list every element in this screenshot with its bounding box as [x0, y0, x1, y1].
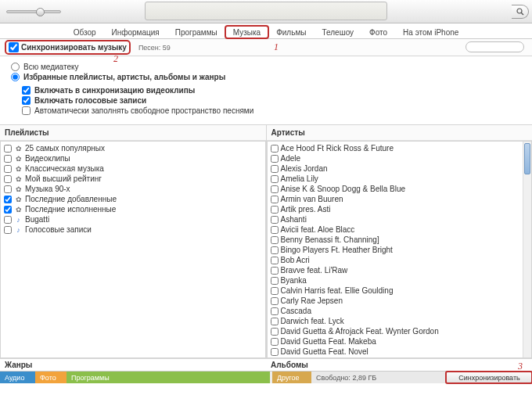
radio-selected-items[interactable]	[11, 73, 20, 81]
playlist-item[interactable]: ✿Музыка 90-х	[1, 184, 265, 194]
artist-label: Amelia Lily	[281, 174, 318, 183]
playlist-label: Последние добавленные	[25, 195, 117, 203]
artist-checkbox[interactable]	[271, 328, 279, 336]
playlist-item[interactable]: ♪Голосовые записи	[1, 224, 265, 235]
artist-checkbox[interactable]	[271, 246, 279, 254]
artist-checkbox[interactable]	[271, 297, 279, 305]
checkbox-include-voice[interactable]	[22, 96, 31, 105]
artist-checkbox[interactable]	[271, 277, 279, 285]
artists-scrollbar[interactable]	[523, 142, 531, 357]
playlist-icon: ♪	[14, 215, 23, 224]
artist-item[interactable]: Armin van Buuren	[268, 194, 532, 204]
capacity-photo: Фото	[35, 372, 66, 383]
search-toggle-button[interactable]	[512, 5, 529, 19]
smart-playlist-icon: ✿	[14, 174, 23, 183]
artist-label: Calvin Harris feat. Ellie Goulding	[281, 286, 394, 295]
playlist-item[interactable]: ✿Последние исполненные	[1, 204, 265, 214]
smart-playlist-icon: ✿	[14, 205, 23, 214]
sync-button[interactable]: Синхронизировать	[446, 372, 532, 383]
artist-checkbox[interactable]	[271, 348, 279, 356]
artist-checkbox[interactable]	[271, 267, 279, 275]
artist-checkbox[interactable]	[271, 287, 279, 295]
artist-item[interactable]: David Guetta Feat. Makeba	[268, 336, 532, 347]
volume-slider[interactable]	[6, 6, 61, 17]
capacity-apps: Программы	[66, 372, 270, 383]
sync-options: Всю медиатеку Избранные плейлисты, артис…	[0, 56, 532, 125]
playlist-item[interactable]: ✿Мой высший рейтинг	[1, 174, 265, 184]
playlist-item[interactable]: ✿Видеоклипы	[1, 153, 265, 163]
smart-playlist-icon: ✿	[14, 164, 23, 173]
artist-item[interactable]: Amelia Lily	[268, 174, 532, 184]
artist-checkbox[interactable]	[271, 226, 279, 234]
nav-tabs: ОбзорИнформацияПрограммыМузыкаФильмыТеле…	[0, 23, 532, 39]
artist-checkbox[interactable]	[271, 165, 279, 173]
playlist-checkbox[interactable]	[4, 185, 12, 193]
lower-sections: Жанры Альбомы 3	[0, 358, 532, 371]
playlist-checkbox[interactable]	[4, 226, 12, 234]
tab-музыка[interactable]: Музыка	[225, 26, 268, 38]
sync-music-checkbox[interactable]: Синхронизировать музыку	[6, 41, 129, 53]
artist-checkbox[interactable]	[271, 155, 279, 163]
artist-item[interactable]: Cascada	[268, 306, 532, 316]
playlist-checkbox[interactable]	[4, 216, 12, 224]
playlist-checkbox[interactable]	[4, 155, 12, 163]
artist-checkbox[interactable]	[271, 185, 279, 193]
tab-обзор[interactable]: Обзор	[66, 26, 104, 38]
playlist-checkbox[interactable]	[4, 175, 12, 183]
playlist-checkbox[interactable]	[4, 206, 12, 214]
artist-item[interactable]: Byanka	[268, 275, 532, 286]
playlist-item[interactable]: ✿25 самых популярных	[1, 143, 265, 153]
checkbox-include-videos[interactable]	[22, 86, 31, 95]
artist-item[interactable]: Bob Acri	[268, 255, 532, 265]
artist-checkbox[interactable]	[271, 175, 279, 183]
playlist-checkbox[interactable]	[4, 145, 12, 153]
playlist-item[interactable]: ♪Bugatti	[1, 214, 265, 224]
artist-item[interactable]: Bingo Players Ft. Heather Bright	[268, 245, 532, 255]
artist-label: Artik pres. Asti	[281, 205, 331, 214]
artist-item[interactable]: Benny Benassi ft. Channing]	[268, 235, 532, 245]
tab-фильмы[interactable]: Фильмы	[268, 26, 314, 38]
sync-music-checkbox-input[interactable]	[9, 42, 19, 52]
tab-информация[interactable]: Информация	[104, 26, 167, 38]
artists-column: Артисты Ace Hood Ft Rick Ross & FutureAd…	[267, 125, 533, 358]
capacity-other: Другое	[272, 372, 311, 383]
tab-на этом iphone[interactable]: На этом iPhone	[395, 26, 466, 38]
checkbox-autofill[interactable]	[22, 106, 31, 115]
playlist-label: Классическая музыка	[25, 164, 104, 173]
artist-checkbox[interactable]	[271, 145, 279, 153]
playlist-label: Видеоклипы	[25, 154, 70, 163]
artist-item[interactable]: David Guetta & Afrojack Feat. Wynter Gor…	[268, 326, 532, 336]
artist-checkbox[interactable]	[271, 196, 279, 203]
artist-checkbox[interactable]	[271, 257, 279, 264]
artist-checkbox[interactable]	[271, 206, 279, 214]
playlist-item[interactable]: ✿Последние добавленные	[1, 194, 265, 204]
tab-телешоу[interactable]: Телешоу	[314, 26, 361, 38]
artist-item[interactable]: Bravve feat. Li'Raw	[268, 265, 532, 275]
playlist-item[interactable]: ✿Классическая музыка	[1, 163, 265, 174]
artist-item[interactable]: Ace Hood Ft Rick Ross & Future	[268, 143, 532, 153]
playlist-checkbox[interactable]	[4, 196, 12, 203]
artist-label: Cascada	[281, 307, 311, 315]
playlists-body: ✿25 самых популярных✿Видеоклипы✿Классиче…	[0, 141, 266, 358]
artist-item[interactable]: Artik pres. Asti	[268, 204, 532, 214]
artist-item[interactable]: Calvin Harris feat. Ellie Goulding	[268, 286, 532, 296]
artist-item[interactable]: Adele	[268, 153, 532, 163]
artist-item[interactable]: Anise K & Snoop Dogg & Bella Blue	[268, 184, 532, 194]
artist-checkbox[interactable]	[271, 338, 279, 346]
search-input[interactable]	[466, 41, 524, 52]
artist-item[interactable]: Alexis Jordan	[268, 163, 532, 174]
artist-item[interactable]: Darwich feat. Lyck	[268, 316, 532, 326]
artist-item[interactable]: David Guetta Feat. Novel	[268, 347, 532, 357]
tab-фото[interactable]: Фото	[361, 26, 395, 38]
artist-checkbox[interactable]	[271, 216, 279, 224]
capacity-bar: Аудио Фото Программы Другое Свободно: 2,…	[0, 371, 532, 383]
artist-checkbox[interactable]	[271, 307, 279, 315]
artist-item[interactable]: Ashanti	[268, 214, 532, 224]
artist-item[interactable]: Avicii feat. Aloe Blacc	[268, 224, 532, 235]
playlist-checkbox[interactable]	[4, 165, 12, 173]
radio-all-library[interactable]	[11, 63, 20, 71]
artist-checkbox[interactable]	[271, 318, 279, 325]
artist-item[interactable]: Carly Rae Jepsen	[268, 296, 532, 306]
tab-программы[interactable]: Программы	[167, 26, 225, 38]
artist-checkbox[interactable]	[271, 236, 279, 244]
